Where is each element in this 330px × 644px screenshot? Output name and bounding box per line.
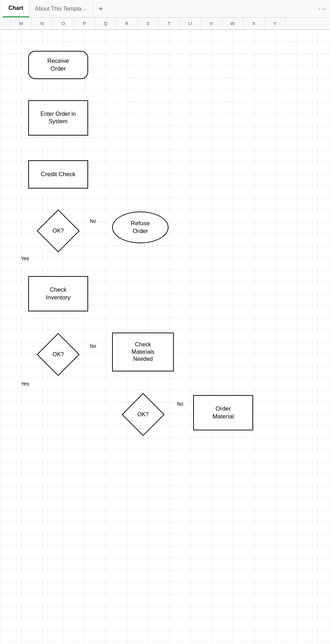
col-header-U: U bbox=[180, 18, 201, 29]
no-label-2: No bbox=[90, 343, 96, 349]
tab-more-icon: ··· bbox=[318, 5, 326, 12]
no-label-3: No bbox=[177, 401, 183, 407]
check-materials-label: CheckMaterialsNeeded bbox=[132, 341, 154, 363]
col-header-M: M bbox=[11, 18, 32, 29]
credit-check-label: Credit Check bbox=[41, 171, 75, 178]
no-label-1: No bbox=[90, 218, 96, 224]
receive-order-node: ReceiveOrder bbox=[28, 51, 88, 79]
receive-order-label: ReceiveOrder bbox=[47, 57, 69, 73]
yes-label-1: Yes bbox=[21, 256, 29, 261]
enter-order-label: Enter Order inSystem bbox=[41, 111, 76, 125]
tab-bar: Chart About This Templa… + ··· bbox=[0, 0, 330, 18]
col-header-N: N bbox=[32, 18, 53, 29]
grid-area: ReceiveOrder Enter Order inSystem Credit… bbox=[0, 30, 330, 644]
ok3-diamond: OK? bbox=[112, 393, 174, 436]
col-header-P: P bbox=[74, 18, 95, 29]
refuse-order-label: RefuseOrder bbox=[131, 220, 150, 235]
check-inventory-node: CheckInventory bbox=[28, 276, 88, 311]
col-header-S: S bbox=[138, 18, 159, 29]
col-header-X: X bbox=[243, 18, 264, 29]
yes-label-2: Yes bbox=[21, 381, 29, 387]
enter-order-node: Enter Order inSystem bbox=[28, 100, 88, 136]
tab-add-icon: + bbox=[98, 4, 103, 13]
col-header-W: W bbox=[222, 18, 243, 29]
col-header-blank bbox=[0, 18, 11, 29]
col-header-Q: Q bbox=[95, 18, 116, 29]
col-header-Y: Y bbox=[264, 18, 286, 29]
tab-about[interactable]: About This Templa… bbox=[29, 0, 93, 17]
check-materials-node: CheckMaterialsNeeded bbox=[112, 333, 174, 371]
tab-about-label: About This Templa… bbox=[35, 6, 87, 12]
col-header-T: T bbox=[159, 18, 180, 29]
tab-chart[interactable]: Chart bbox=[3, 0, 29, 17]
order-material-node: OrderMaterial bbox=[193, 395, 253, 430]
tab-more-button[interactable]: ··· bbox=[318, 5, 326, 13]
order-material-label: OrderMaterial bbox=[213, 405, 234, 421]
tab-add-button[interactable]: + bbox=[93, 0, 109, 17]
refuse-order-node: RefuseOrder bbox=[112, 211, 169, 243]
col-header-O: O bbox=[53, 18, 74, 29]
ok1-diamond: OK? bbox=[28, 209, 88, 253]
ok2-diamond: OK? bbox=[28, 333, 88, 376]
column-headers: M N O P Q R S T U V W X Y bbox=[0, 18, 330, 30]
col-header-V: V bbox=[201, 18, 222, 29]
credit-check-node: Credit Check bbox=[28, 160, 88, 189]
check-inventory-label: CheckInventory bbox=[46, 286, 71, 302]
tab-chart-label: Chart bbox=[8, 5, 23, 11]
col-header-R: R bbox=[116, 18, 138, 29]
